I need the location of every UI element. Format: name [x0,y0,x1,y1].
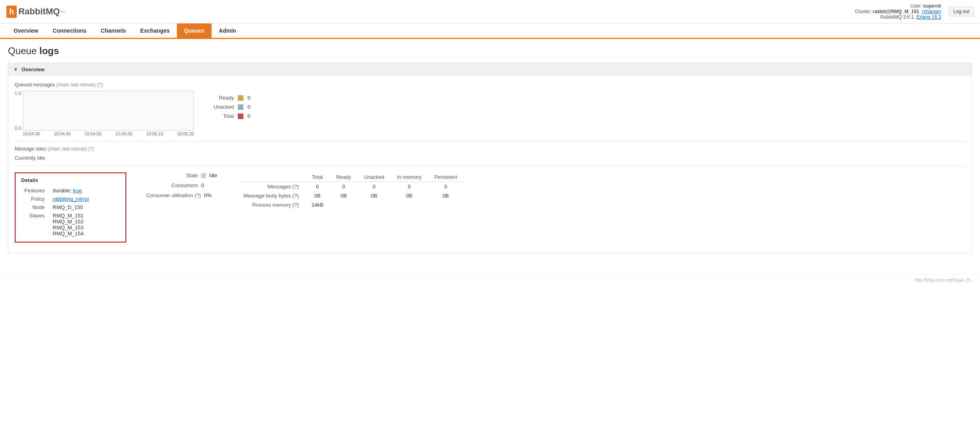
state-idle-dot [201,173,206,178]
messages-total-2: 0B [305,191,330,200]
node-label: Node [21,203,49,211]
y-axis: 1.0 0.0 [15,91,23,131]
erlang-link[interactable]: Erlang 18.3 [917,14,941,20]
nav-admin[interactable]: Admin [212,23,243,38]
x-label-3: 10:05:00 [116,131,133,136]
details-row-policy: Policy rabbitmq_mirror [21,195,92,203]
messages-stats-block: Total Ready Unacked In memory Persistent… [237,172,463,209]
messages-ready-2: 0B [330,191,358,200]
details-box: Details Features durable: true Policy ra… [15,172,126,243]
page-title-name: logs [39,45,59,56]
messages-total-1: 0 [305,182,330,192]
details-title: Details [21,177,120,183]
logout-button[interactable]: Log out [949,7,974,16]
user-label: User: [910,3,922,9]
col-unacked: Unacked [357,172,390,182]
nav-connections[interactable]: Connections [45,23,94,38]
legend-unacked-value: 0 [247,104,250,110]
logo-icon: h [6,6,17,18]
legend-unacked-label: Unacked [206,104,234,110]
details-table: Features durable: true Policy rabbitmq_m… [21,186,92,238]
nav-queues[interactable]: Queues [177,23,212,38]
consumers-label: Consumers [146,182,198,188]
cluster-label: Cluster: [855,9,871,14]
bottom-area: Details Features durable: true Policy ra… [15,172,965,246]
consumer-util-row: Consumer utilisation (?) 0% [146,192,217,198]
messages-label-3: Process memory (?) [237,200,305,209]
slave-3: RMQ_M_154 [53,231,89,237]
state-label: State [146,172,198,178]
logo: h RabbitMQ™ [6,6,65,18]
details-row-slaves: Slaves RMQ_M_151 RMQ_M_152 RMQ_M_153 RMQ… [21,211,92,238]
cluster-value: rabbit@RMQ_M_151 [873,9,919,14]
messages-label-2: Message body bytes (?) [237,191,305,200]
queued-messages-label: Queued messages (chart: last minute) (?) [15,82,965,88]
messages-inmem-2: 0B [391,191,428,200]
details-row-node: Node RMQ_D_150 [21,203,92,211]
col-persistent: Persistent [428,172,464,182]
logo-tm: ™ [60,10,65,16]
policy-link[interactable]: rabbitmq_mirror [53,196,89,202]
slave-1: RMQ_M_152 [53,219,89,225]
messages-inmem-1: 0 [391,182,428,192]
legend-ready-value: 0 [247,95,250,101]
nav-channels[interactable]: Channels [94,23,133,38]
messages-ready-3 [330,200,358,209]
legend-unacked: Unacked 0 [206,104,250,110]
y-bottom-label: 0.0 [15,126,21,131]
cluster-change-link[interactable]: (change) [922,9,941,14]
chart-area: 1.0 0.0 10:04:30 10:04:40 10:04:50 10:05… [15,91,965,136]
messages-unacked-3 [357,200,390,209]
page-title: Queue logs [8,45,972,57]
node-value: RMQ_D_150 [49,203,92,211]
legend-total-label: Total [206,113,234,119]
messages-row-1: Messages (?) 0 0 0 0 0 [237,182,463,192]
messages-stats-table: Total Ready Unacked In memory Persistent… [237,172,463,209]
overview-section-body: Queued messages (chart: last minute) (?)… [8,76,972,253]
col-total: Total [305,172,330,182]
messages-label-1: Messages (?) [237,182,305,192]
nav-exchanges[interactable]: Exchanges [133,23,177,38]
logo-text: RabbitMQ™ [18,6,65,17]
nav-overview[interactable]: Overview [6,23,45,38]
message-rates-label: Message rates (chart: last minute) (?) [15,146,965,152]
legend-ready-label: Ready [206,95,234,101]
legend-ready-color [238,95,243,101]
messages-persist-1: 0 [428,182,464,192]
consumer-util-label: Consumer utilisation (?) [146,192,201,198]
x-label-1: 10:04:40 [54,131,71,136]
version-text: RabbitMQ 3.6.1, [880,14,915,20]
x-label-2: 10:04:50 [84,131,102,136]
main-nav: Overview Connections Channels Exchanges … [0,23,980,39]
col-inmemory: In memory [391,172,428,182]
messages-row-2: Message body bytes (?) 0B 0B 0B 0B 0B [237,191,463,200]
header-user-info: User: superrd Cluster: rabbit@RMQ_M_151 … [855,3,941,20]
legend-total-color [238,113,243,119]
messages-header-row: Total Ready Unacked In memory Persistent [237,172,463,182]
features-link[interactable]: true [73,188,82,194]
consumer-util-value: 0% [204,192,212,198]
state-value: idle [209,172,217,178]
overview-section-header[interactable]: ▼ Overview [8,63,972,76]
divider-2 [15,166,965,166]
state-block: State idle Consumers 0 Consumer utilisat… [146,172,217,198]
features-prefix: durable: [53,188,73,194]
policy-label: Policy [21,195,49,203]
state-row: State idle [146,172,217,178]
legend-total: Total 0 [206,113,250,119]
page-title-prefix: Queue [8,45,37,56]
details-row-features: Features durable: true [21,186,92,195]
footer: http://blog.csdn.net/Super_B... [0,274,980,286]
legend-total-value: 0 [247,113,250,119]
currently-idle: Currently idle [15,155,965,161]
x-label-4: 10:05:10 [146,131,163,136]
messages-persist-2: 0B [428,191,464,200]
main-content: Queue logs ▼ Overview Queued messages (c… [0,39,980,266]
legend-unacked-color [238,104,243,110]
slaves-label: Slaves [21,211,49,238]
chart-x-labels: 10:04:30 10:04:40 10:04:50 10:05:00 10:0… [23,131,194,136]
chart-with-y-axis: 1.0 0.0 10:04:30 10:04:40 10:04:50 10:05… [15,91,194,136]
legend-ready: Ready 0 [206,95,250,101]
chart-box [23,91,194,131]
chart-legend: Ready 0 Unacked 0 Total 0 [206,91,250,119]
